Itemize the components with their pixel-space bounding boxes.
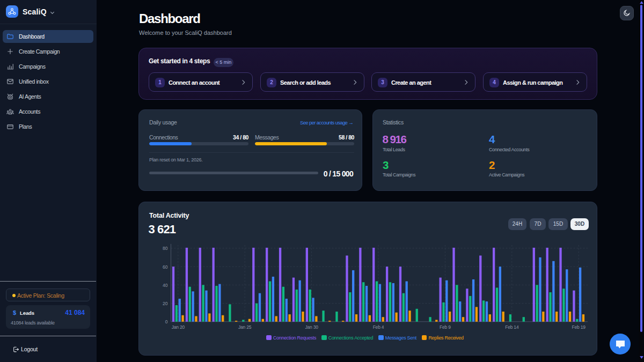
svg-text:60: 60 — [163, 264, 168, 270]
svg-text:Feb 4: Feb 4 — [373, 324, 384, 330]
svg-text:Jan 30: Jan 30 — [305, 324, 318, 330]
svg-text:Jan 20: Jan 20 — [172, 324, 185, 330]
svg-text:Feb 14: Feb 14 — [505, 324, 519, 330]
svg-text:40: 40 — [163, 283, 168, 288]
svg-text:Feb 19: Feb 19 — [572, 324, 586, 330]
svg-text:Feb 9: Feb 9 — [440, 324, 451, 330]
svg-text:80: 80 — [163, 246, 168, 251]
svg-text:20: 20 — [163, 301, 168, 306]
svg-text:0: 0 — [165, 319, 168, 324]
svg-text:Jan 25: Jan 25 — [238, 324, 252, 330]
